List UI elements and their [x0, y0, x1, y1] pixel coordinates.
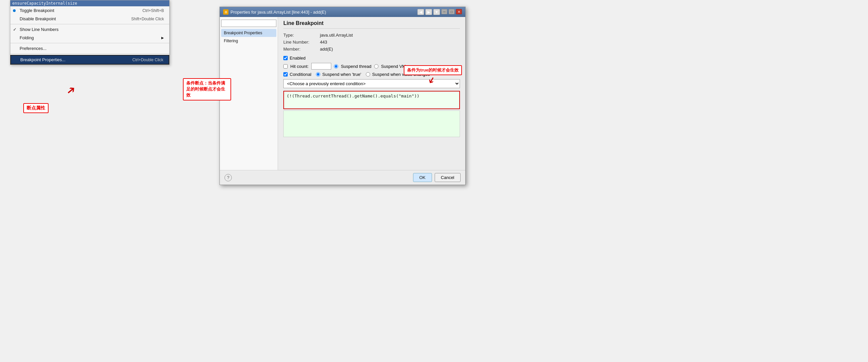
menu-item-folding[interactable]: Folding ▶	[10, 34, 169, 42]
annotation-duandian: 断点属性	[23, 103, 49, 113]
green-area	[283, 111, 460, 137]
suspend-thread-radio[interactable]	[334, 64, 338, 68]
suspend-vm-label: Suspend VM	[381, 64, 406, 69]
suspend-vm-radio[interactable]	[374, 64, 378, 68]
annotation-true-effect: 条件为true的时候才会生效	[404, 65, 462, 75]
minimize-button[interactable]: ─	[441, 9, 447, 14]
line-number-row: Line Number: 443	[283, 39, 460, 44]
help-button[interactable]: ?	[224, 174, 232, 181]
submenu-arrow-icon: ▶	[161, 36, 164, 39]
context-menu: ensureCapacityInternal(size Toggle Break…	[10, 0, 169, 65]
sidebar-item-breakpoint-properties[interactable]: Breakpoint Properties	[221, 29, 276, 37]
titlebar-left: ⚙ Properties for java.util.ArrayList [li…	[223, 9, 326, 14]
context-menu-header: ensureCapacityInternal(size	[10, 0, 169, 6]
maximize-button[interactable]: □	[448, 9, 455, 14]
hit-count-label: Hit count:	[290, 64, 309, 69]
annotation-tiaojian-text: 条件断点：当条件满足的时候断点才会生效	[186, 81, 225, 97]
dialog-title: Properties for java.util.ArrayList [line…	[230, 10, 326, 14]
sidebar-item-filtering[interactable]: Filtering	[221, 37, 276, 45]
suspend-when-true-label: Suspend when 'true'	[322, 72, 361, 77]
condition-code-area[interactable]: (!(Thread.currentThread().getName().equa…	[283, 91, 460, 109]
hit-count-input[interactable]	[311, 63, 331, 69]
enabled-row: Enabled	[283, 56, 460, 61]
nav-forward-button[interactable]: ▶	[425, 9, 432, 15]
hit-count-checkbox[interactable]	[283, 64, 288, 68]
dialog-content: Line Breakpoint Type: java.util.ArrayLis…	[278, 17, 465, 170]
dialog-body: Breakpoint Properties Filtering Line Bre…	[220, 17, 465, 170]
menu-item-show-line-numbers[interactable]: Show Line Numbers	[10, 25, 169, 34]
type-row: Type: java.util.ArrayList	[283, 33, 460, 38]
menu-item-disable-breakpoint[interactable]: Disable Breakpoint Shift+Double Click	[10, 14, 169, 23]
footer-buttons: OK Cancel	[413, 173, 461, 182]
titlebar-buttons: ◀ ▶ ▼ ─ □ ✕	[417, 9, 462, 15]
suspend-thread-label: Suspend thread	[341, 64, 371, 69]
dialog-titlebar: ⚙ Properties for java.util.ArrayList [li…	[220, 7, 465, 17]
nav-arrows: ◀ ▶ ▼	[417, 9, 440, 15]
close-button[interactable]: ✕	[456, 9, 462, 14]
properties-dialog: ⚙ Properties for java.util.ArrayList [li…	[219, 7, 466, 185]
line-number-value: 443	[320, 39, 327, 44]
dialog-footer: ? OK Cancel	[220, 170, 465, 185]
separator-2	[10, 43, 169, 43]
menu-item-preferences[interactable]: Preferences...	[10, 44, 169, 53]
cancel-button[interactable]: Cancel	[435, 173, 461, 182]
enabled-label: Enabled	[290, 56, 306, 61]
member-value: add(E)	[320, 47, 333, 52]
suspend-when-changes-radio[interactable]	[366, 72, 370, 77]
separator-3	[10, 54, 169, 54]
separator-1	[10, 24, 169, 24]
bullet-icon	[13, 9, 16, 12]
member-label: Member:	[283, 47, 320, 52]
ok-button[interactable]: OK	[413, 173, 432, 182]
enabled-checkbox[interactable]	[283, 56, 288, 60]
dialog-icon: ⚙	[223, 9, 228, 14]
conditional-label: Conditional	[290, 72, 311, 77]
member-row: Member: add(E)	[283, 47, 460, 52]
conditional-checkbox[interactable]	[283, 72, 288, 77]
type-value: java.util.ArrayList	[320, 33, 353, 38]
line-number-label: Line Number:	[283, 39, 320, 44]
annotation-arrow-duandian: ➔	[64, 83, 79, 98]
menu-item-toggle-breakpoint[interactable]: Toggle Breakpoint Ctrl+Shift+B	[10, 6, 169, 14]
nav-down-button[interactable]: ▼	[433, 9, 440, 15]
content-title: Line Breakpoint	[283, 20, 460, 29]
type-label: Type:	[283, 33, 320, 38]
nav-back-button[interactable]: ◀	[417, 9, 424, 15]
sidebar-search-input[interactable]	[221, 20, 276, 27]
annotation-tiaojian-side: 条件断点：当条件满足的时候断点才会生效	[183, 78, 231, 100]
suspend-when-true-radio[interactable]	[316, 72, 320, 77]
menu-item-breakpoint-properties[interactable]: Breakpoint Properties... Ctrl+Double Cli…	[10, 55, 169, 65]
